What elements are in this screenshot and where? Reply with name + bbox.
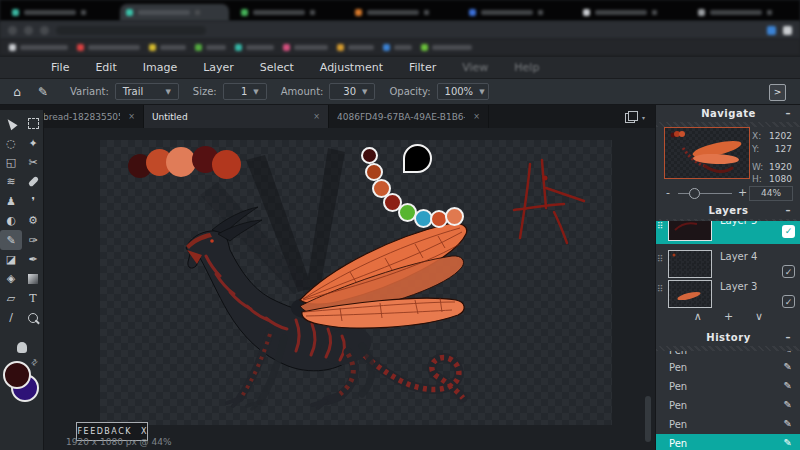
close-icon[interactable] — [767, 10, 772, 15]
browser-tab[interactable] — [463, 4, 571, 21]
close-icon[interactable] — [424, 10, 429, 15]
tool-lasso[interactable]: ◌ — [0, 133, 22, 152]
tool-pen[interactable]: ✎ — [0, 230, 22, 249]
browser-url-bar[interactable] — [0, 21, 800, 39]
tool-liquify[interactable]: ≋ — [0, 172, 22, 191]
menu-image[interactable]: Image — [130, 61, 190, 74]
menu-view[interactable]: View — [449, 61, 501, 74]
drag-handle-icon[interactable]: ⠿ — [657, 256, 664, 262]
menu-filter[interactable]: Filter — [396, 61, 449, 74]
tool-dodge-burn[interactable]: ◐ — [0, 211, 22, 230]
close-icon[interactable]: × — [128, 112, 135, 121]
opacity-dropdown[interactable]: 100%▼ — [437, 83, 489, 100]
bookmark-item[interactable] — [77, 44, 140, 51]
close-icon[interactable] — [310, 10, 315, 15]
zoom-slider-handle[interactable] — [689, 188, 700, 199]
drag-handle-icon[interactable]: ⠿ — [657, 286, 664, 292]
history-row[interactable]: Pen✎ — [656, 396, 800, 415]
bookmark-item[interactable] — [337, 44, 374, 51]
tool-shape[interactable]: ▱ — [0, 289, 22, 308]
navigate-thumbnail[interactable] — [664, 127, 750, 179]
zoom-out-button[interactable]: - — [666, 186, 670, 199]
close-icon[interactable] — [652, 10, 657, 15]
minimize-icon[interactable]: – — [786, 108, 792, 119]
menu-adjustment[interactable]: Adjustment — [307, 61, 396, 74]
forward-icon[interactable] — [24, 26, 33, 35]
history-row[interactable]: Pen✎ — [656, 358, 800, 377]
amount-dropdown[interactable]: 30▼ — [329, 83, 375, 100]
minimize-icon[interactable]: – — [786, 332, 792, 343]
menu-edit[interactable]: Edit — [82, 61, 129, 74]
zoom-in-button[interactable]: + — [738, 186, 747, 199]
size-dropdown[interactable]: 1▼ — [223, 83, 267, 100]
workspace-scrollbar[interactable] — [645, 396, 651, 442]
zoom-slider-track[interactable] — [678, 193, 732, 194]
browser-tab-strip[interactable] — [0, 0, 800, 21]
menu-select[interactable]: Select — [247, 61, 307, 74]
tool-crop[interactable]: ◱ — [0, 153, 22, 172]
address-field[interactable] — [56, 26, 206, 35]
browser-tab[interactable] — [120, 4, 228, 21]
layer-visibility-checkbox[interactable]: ✓ — [782, 295, 795, 308]
menu-layer[interactable]: Layer — [190, 61, 247, 74]
layer-visibility-checkbox[interactable]: ✓ — [782, 225, 795, 238]
doc-tab-3[interactable]: 4086FD49-67BA-49AE-B1B6-F748... × — [329, 105, 489, 128]
tool-eraser[interactable]: ◪ — [0, 250, 22, 269]
layer-row[interactable]: ⠿ Layer 3 ✓ — [656, 276, 800, 310]
swap-colors-icon[interactable]: ⇄ — [29, 357, 40, 368]
close-icon[interactable] — [538, 10, 543, 15]
arrange-windows-icon[interactable]: ▾ — [625, 111, 645, 123]
minimize-icon[interactable]: – — [786, 205, 792, 216]
add-layer-button[interactable]: + — [724, 310, 733, 323]
history-row[interactable]: Pen✎ — [656, 415, 800, 434]
variant-dropdown[interactable]: Trail▼ — [115, 83, 179, 100]
tool-cut[interactable]: ✂ — [22, 153, 44, 172]
close-icon[interactable] — [81, 10, 86, 15]
layer-row-selected[interactable]: ⠿ Layer 5 ✓ — [656, 221, 800, 244]
foreground-color-swatch[interactable] — [3, 361, 31, 389]
menu-file[interactable]: File — [38, 61, 82, 74]
reload-icon[interactable] — [40, 26, 49, 35]
layer-up-button[interactable]: ∧ — [694, 310, 702, 323]
browser-tab[interactable] — [577, 4, 685, 21]
tool-heal[interactable] — [22, 172, 44, 191]
bookmark-item[interactable] — [283, 44, 328, 51]
bookmark-item[interactable] — [421, 44, 472, 51]
layer-down-button[interactable]: ∨ — [755, 310, 763, 323]
close-icon[interactable]: × — [473, 112, 480, 121]
browser-tab[interactable] — [235, 4, 343, 21]
tool-ink-brush[interactable]: ✒ — [22, 250, 44, 269]
browser-tab[interactable] — [692, 4, 800, 21]
profile-icon[interactable] — [783, 26, 792, 35]
tool-wand[interactable]: ✦ — [22, 133, 44, 152]
bookmark-item[interactable] — [383, 44, 412, 51]
tool-text[interactable]: T — [22, 289, 44, 308]
bookmarks-bar[interactable] — [0, 39, 800, 57]
tool-detail-gear[interactable]: ⚙ — [22, 211, 44, 230]
menu-help[interactable]: Help — [501, 61, 552, 74]
bookmark-item[interactable] — [9, 44, 68, 51]
home-icon[interactable]: ⌂ — [4, 85, 30, 99]
expand-panel-button[interactable]: > — [769, 84, 786, 101]
tool-select[interactable] — [0, 114, 22, 133]
tool-brush[interactable]: ✑ — [22, 230, 44, 249]
extension-icon[interactable] — [767, 26, 776, 35]
tool-fill[interactable]: ◈ — [0, 269, 22, 288]
tool-blur-drop[interactable]: ❜ — [22, 192, 44, 211]
tool-gradient[interactable] — [22, 269, 44, 288]
browser-tab[interactable] — [349, 4, 457, 21]
layer-row[interactable]: ⠿ Layer 4 ✓ — [656, 246, 800, 280]
drag-handle-icon[interactable]: ⠿ — [657, 223, 664, 229]
browser-tab[interactable] — [6, 4, 114, 21]
doc-tab-2-active[interactable]: Untitled × — [144, 105, 329, 128]
history-row[interactable]: Pen✎ — [656, 351, 800, 358]
bookmark-item[interactable] — [149, 44, 186, 51]
tool-pencil[interactable]: ∕ — [0, 308, 22, 327]
tool-clone-stamp[interactable]: ♟ — [0, 192, 22, 211]
history-row[interactable]: Pen✎ — [656, 377, 800, 396]
back-icon[interactable] — [8, 26, 17, 35]
bookmark-item[interactable] — [195, 44, 226, 51]
canvas[interactable] — [100, 140, 612, 425]
zoom-value-field[interactable]: 44% — [749, 186, 793, 201]
close-icon[interactable] — [195, 10, 200, 15]
